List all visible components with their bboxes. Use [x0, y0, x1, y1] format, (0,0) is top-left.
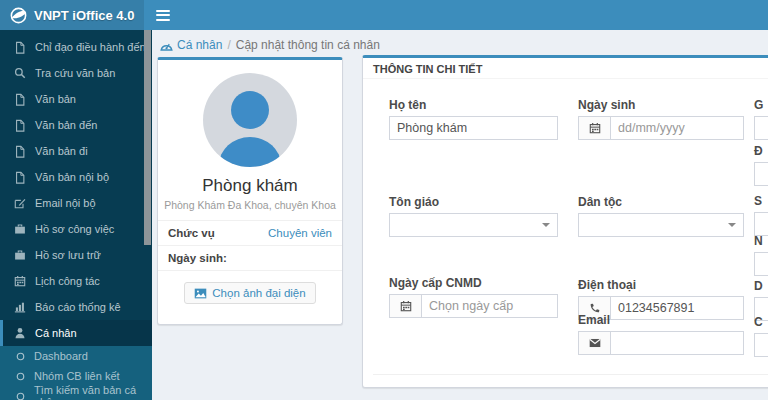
religion-label: Tôn giáo — [389, 196, 558, 209]
calendar-icon — [13, 275, 27, 287]
clipped-field-input[interactable] — [754, 116, 768, 140]
clipped-field-2: Đ — [754, 145, 768, 186]
sidebar-item-van-ban-di[interactable]: Văn bản đi — [0, 138, 152, 164]
birthdate-label: Ngày sinh — [578, 99, 744, 112]
file-icon — [13, 145, 27, 158]
clipped-field-label: G — [754, 99, 768, 112]
clipped-field-label: Đ — [754, 145, 768, 158]
clipped-field-label: C — [754, 316, 768, 329]
clipped-field-input[interactable] — [754, 162, 768, 186]
profile-position-row: Chức vụ Chuyên viên — [158, 220, 342, 245]
sidebar-scrollbar[interactable] — [144, 30, 151, 245]
sidebar-item-chi-dao-dieu-hanh-den[interactable]: Chỉ đạo điều hành đến — [0, 34, 152, 60]
clipped-field-3: S — [754, 195, 768, 236]
app-logo[interactable]: VNPT iOffice 4.0 — [0, 0, 144, 30]
id-issue-date-input[interactable] — [421, 294, 558, 318]
ethnicity-label: Dân tộc — [578, 196, 744, 209]
sidebar-item-bao-cao-thong-ke[interactable]: Báo cáo thống kê — [0, 294, 152, 320]
sidebar-item-email-noi-bo[interactable]: Email nội bộ — [0, 190, 152, 216]
position-value-link[interactable]: Chuyên viên — [268, 227, 332, 239]
user-icon — [13, 327, 27, 339]
fullname-label: Họ tên — [389, 99, 558, 112]
calendar-icon — [389, 294, 421, 318]
file-icon — [13, 41, 27, 54]
ethnicity-field: Dân tộc — [578, 196, 744, 237]
fullname-input[interactable] — [389, 116, 558, 140]
clipped-field-input[interactable] — [754, 252, 768, 276]
birthdate-field: Ngày sinh — [578, 99, 744, 140]
breadcrumb-separator: / — [227, 38, 230, 52]
sidebar-subitem-dashboard[interactable]: Dashboard — [0, 346, 152, 366]
sidebar-item-van-ban-den[interactable]: Văn bản đến — [0, 112, 152, 138]
profile-subtitle: Phòng Khám Đa Khoa, chuyên Khoa — [158, 199, 342, 220]
detail-info-panel: THÔNG TIN CHI TIẾT Họ tên Ngày sinh G — [362, 55, 768, 388]
sidebar-subitem-tim-kiem-van-ban-ca-nhan[interactable]: Tìm kiếm văn bản cá nhân — [0, 386, 152, 400]
file-icon — [13, 93, 27, 106]
panel-title: THÔNG TIN CHI TIẾT — [363, 58, 768, 79]
email-field: Email — [578, 314, 744, 355]
sidebar-item-ca-nhan[interactable]: Cá nhân — [0, 320, 152, 346]
top-navbar: VNPT iOffice 4.0 — [0, 0, 768, 30]
sidebar-subitem-nhom-cb-lien-ket[interactable]: Nhóm CB liên kết — [0, 366, 152, 386]
briefcase-icon — [13, 249, 27, 261]
ethnicity-select[interactable] — [578, 213, 744, 237]
profile-name: Phòng khám — [158, 176, 342, 196]
avatar — [203, 73, 297, 167]
envelope-icon — [578, 331, 610, 355]
circle-icon — [14, 372, 26, 381]
position-label: Chức vụ — [168, 227, 215, 239]
edit-icon — [13, 197, 27, 209]
fullname-field: Họ tên — [389, 99, 558, 140]
sidebar-item-van-ban-noi-bo[interactable]: Văn bản nội bộ — [0, 164, 152, 190]
clipped-field-label: S — [754, 195, 768, 208]
sidebar: Chỉ đạo điều hành đến Tra cứu văn bản Vă… — [0, 30, 152, 400]
chart-icon — [13, 301, 27, 313]
app-title: VNPT iOffice 4.0 — [34, 8, 134, 23]
breadcrumb: Cá nhân / Cập nhật thông tin cá nhân — [160, 38, 380, 52]
id-issue-date-label: Ngày cấp CNMD — [389, 277, 558, 290]
phone-label: Điện thoại — [578, 279, 744, 292]
form-footer-divider — [373, 374, 768, 375]
sidebar-item-lich-cong-tac[interactable]: Lịch công tác — [0, 268, 152, 294]
clipped-field-label: D — [754, 280, 768, 293]
clipped-field-input[interactable] — [754, 333, 768, 357]
religion-select[interactable] — [389, 213, 558, 237]
birthdate-input[interactable] — [610, 116, 744, 140]
clipped-field-4: N — [754, 235, 768, 276]
sidebar-item-van-ban[interactable]: Văn bản — [0, 86, 152, 112]
breadcrumb-home-link[interactable]: Cá nhân — [160, 38, 222, 52]
circle-icon — [14, 392, 26, 400]
clipped-field-input[interactable] — [754, 212, 768, 236]
sidebar-item-tra-cuu-van-ban[interactable]: Tra cứu văn bản — [0, 60, 152, 86]
profile-card: Phòng khám Phòng Khám Đa Khoa, chuyên Kh… — [157, 57, 343, 325]
file-icon — [13, 119, 27, 132]
id-issue-date-field: Ngày cấp CNMD — [389, 277, 558, 318]
detail-form: Họ tên Ngày sinh G Đ — [363, 79, 768, 379]
chevron-down-icon — [542, 223, 550, 227]
circle-icon — [14, 352, 26, 361]
sidebar-item-ho-so-luu-tru[interactable]: Hồ sơ lưu trữ — [0, 242, 152, 268]
profile-dob-row: Ngày sinh: — [158, 245, 342, 270]
breadcrumb-current: Cập nhật thông tin cá nhân — [236, 38, 380, 52]
choose-avatar-button[interactable]: Chọn ảnh đại diện — [184, 282, 315, 304]
file-icon — [13, 171, 27, 184]
image-icon — [194, 288, 207, 299]
dob-label: Ngày sinh: — [168, 252, 227, 264]
clipped-field-6: C — [754, 316, 768, 357]
sidebar-toggle-button[interactable] — [144, 0, 182, 30]
religion-field: Tôn giáo — [389, 196, 558, 237]
sidebar-submenu: Dashboard Nhóm CB liên kết Tìm kiếm văn … — [0, 346, 152, 400]
clipped-field-label: N — [754, 235, 768, 248]
chevron-down-icon — [728, 223, 736, 227]
dashboard-gauge-icon — [160, 40, 173, 51]
search-icon — [13, 67, 27, 79]
briefcase-icon — [13, 223, 27, 235]
sidebar-item-ho-so-cong-viec[interactable]: Hồ sơ công việc — [0, 216, 152, 242]
clipped-field-1: G — [754, 99, 768, 140]
email-input[interactable] — [610, 331, 744, 355]
main-content: Cá nhân / Cập nhật thông tin cá nhân Phò… — [152, 30, 768, 400]
vnpt-logo-icon — [9, 6, 28, 25]
email-label: Email — [578, 314, 744, 327]
avatar-button-row: Chọn ảnh đại diện — [158, 270, 342, 315]
calendar-icon — [578, 116, 610, 140]
